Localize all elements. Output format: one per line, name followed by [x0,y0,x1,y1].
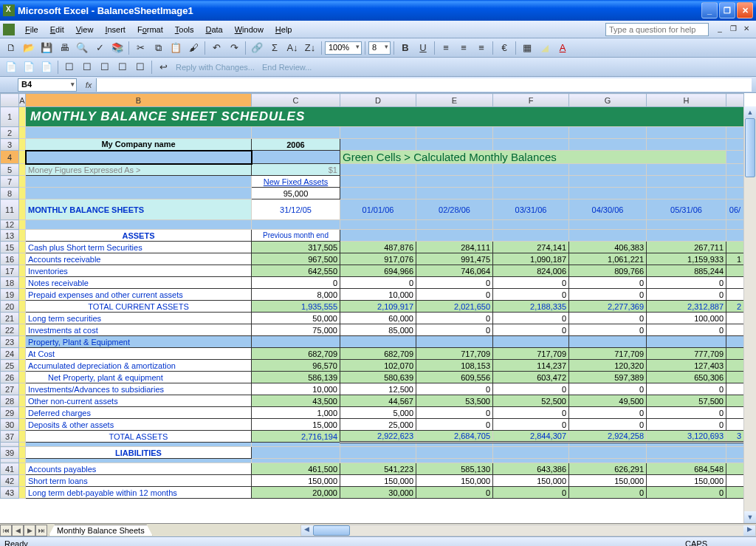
horizontal-scrollbar[interactable]: ◀ ▶ [300,525,756,536]
menu-format[interactable]: Format [131,23,169,36]
cell[interactable]: 0 [647,277,726,289]
review-icon-6[interactable]: ☐ [97,59,113,75]
review-icon-9[interactable]: ↩ [155,59,171,75]
cell[interactable]: 0 [493,289,569,301]
cell[interactable]: 96,570 [252,360,340,372]
reply-changes-button[interactable]: Reply with Changes... [173,63,258,72]
cell[interactable]: 0 [569,383,647,395]
cell[interactable]: 0 [647,487,726,499]
year[interactable]: 2006 [252,139,340,151]
name-box[interactable]: B4 [18,78,77,92]
cell[interactable]: 30,000 [340,487,416,499]
cell[interactable]: 8,000 [252,289,340,301]
redo-icon[interactable]: ↷ [226,40,242,56]
cell[interactable]: 541,223 [340,463,416,475]
cell[interactable] [726,383,744,395]
formula-input[interactable] [96,78,752,92]
cell[interactable]: 746,064 [416,265,493,277]
sort-desc-icon[interactable]: Z↓ [302,40,318,56]
cell[interactable]: 150,000 [340,475,416,487]
cell[interactable] [726,336,744,348]
borders-icon[interactable]: ▦ [519,40,535,56]
cell[interactable]: 5,000 [340,407,416,419]
hyperlink-icon[interactable]: 🔗 [249,40,265,56]
cell[interactable]: 1,090,187 [493,253,569,265]
cell[interactable]: 885,244 [647,265,726,277]
menu-view[interactable]: View [70,23,100,36]
cell[interactable]: 120,320 [569,360,647,372]
cell[interactable] [726,395,744,407]
menu-data[interactable]: Data [199,23,228,36]
cell[interactable]: 75,000 [252,324,340,336]
cell[interactable]: 20,000 [252,487,340,499]
print-preview-icon[interactable]: 🔍 [74,40,90,56]
cell[interactable]: 0 [416,313,493,324]
review-icon-3[interactable]: 📄 [38,59,55,75]
cell[interactable]: 100,000 [647,313,726,324]
cell[interactable]: 0 [416,289,493,301]
cell[interactable]: 0 [569,419,647,431]
cell[interactable]: 50,000 [252,313,340,324]
cell[interactable]: 150,000 [647,475,726,487]
cell[interactable]: 2,844,307 [493,431,569,443]
cell[interactable] [726,348,744,360]
cell[interactable]: 0 [340,277,416,289]
minimize-button[interactable]: _ [701,2,718,18]
sheet-tab-1[interactable]: Monthly Balance Sheets [49,525,153,536]
align-center-icon[interactable]: ≡ [456,40,472,56]
cell[interactable]: 967,500 [252,253,340,265]
cell[interactable]: 2,924,258 [569,431,647,443]
cell[interactable]: 127,403 [647,360,726,372]
cell[interactable]: 461,500 [252,463,340,475]
cell[interactable]: 1,159,933 [647,253,726,265]
cell[interactable]: 717,709 [569,348,647,360]
cell[interactable]: 3,120,693 [647,431,726,443]
cell[interactable]: 53,500 [416,395,493,407]
menu-edit[interactable]: Edit [44,23,70,36]
cell[interactable]: 0 [416,383,493,395]
doc-close-button[interactable]: ✕ [740,24,752,35]
vertical-scrollbar[interactable]: ▲ ▼ [743,106,756,523]
column-headers[interactable]: A B C D E F G H [1,94,744,107]
cell[interactable]: 0 [416,277,493,289]
cell[interactable] [726,419,744,431]
company-name[interactable]: My Company name [26,139,252,151]
cell[interactable]: 2,684,705 [416,431,493,443]
review-icon-7[interactable]: ☐ [114,59,131,75]
money-value[interactable]: $1 [252,164,340,176]
cell[interactable] [726,265,744,277]
cell[interactable]: 406,383 [569,242,647,253]
cell[interactable]: 643,386 [493,463,569,475]
cell[interactable]: 2,922,623 [340,431,416,443]
cell[interactable]: 2,109,917 [340,301,416,313]
cell[interactable] [726,407,744,419]
open-icon[interactable]: 📂 [21,40,37,56]
cell[interactable]: 824,006 [493,265,569,277]
menu-insert[interactable]: Insert [99,23,131,36]
cell[interactable] [726,313,744,324]
cell[interactable]: 0 [493,383,569,395]
review-icon-8[interactable]: ☐ [132,59,148,75]
cell[interactable]: 274,141 [493,242,569,253]
cell[interactable] [726,487,744,499]
tab-prev-icon[interactable]: ◀ [12,525,24,536]
cell[interactable]: 694,966 [340,265,416,277]
cell[interactable]: 609,556 [416,372,493,383]
cell[interactable]: 991,475 [416,253,493,265]
cell[interactable]: 0 [493,487,569,499]
menu-file[interactable]: File [19,23,44,36]
cell[interactable] [726,372,744,383]
cell[interactable]: 626,291 [569,463,647,475]
zoom-combo[interactable]: 100% [325,41,362,55]
menu-window[interactable]: Window [229,23,269,36]
menu-tools[interactable]: Tools [169,23,200,36]
cell[interactable]: 150,000 [416,475,493,487]
cell[interactable]: 1 [726,253,744,265]
new-fixed-assets-value[interactable]: 95,000 [252,188,340,199]
review-icon-1[interactable]: 📄 [3,59,19,75]
cell[interactable]: 585,130 [416,463,493,475]
cell[interactable]: 2,716,194 [252,431,340,443]
cell[interactable]: 717,709 [416,348,493,360]
undo-icon[interactable]: ↶ [208,40,224,56]
close-button[interactable]: ✕ [737,2,753,18]
